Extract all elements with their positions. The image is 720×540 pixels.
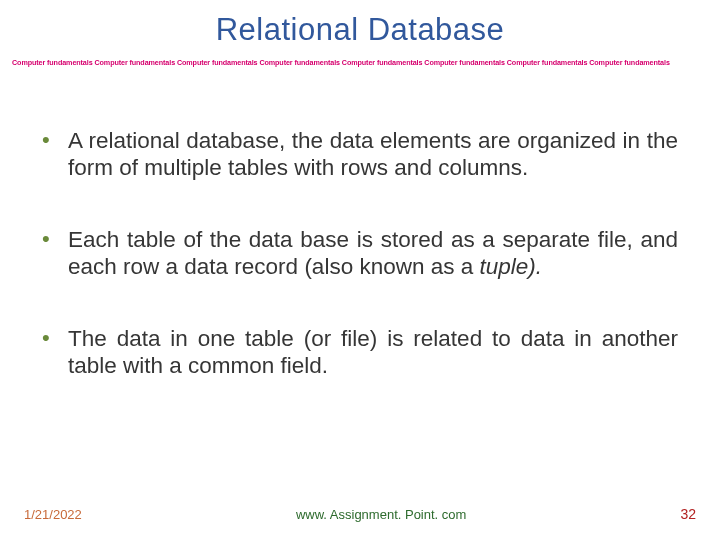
- bullet-dot-icon: •: [42, 127, 50, 153]
- bullet-dot-icon: •: [42, 325, 50, 351]
- footer: 1/21/2022 www. Assignment. Point. com 32: [0, 506, 720, 522]
- footer-link: www. Assignment. Point. com: [82, 507, 681, 522]
- bullet-item: • A relational database, the data elemen…: [42, 127, 678, 182]
- footer-page-number: 32: [680, 506, 696, 522]
- bullet-item: • The data in one table (or file) is rel…: [42, 325, 678, 380]
- bullet-text: A relational database, the data elements…: [68, 128, 678, 180]
- bullet-text-emph: tuple).: [479, 254, 542, 279]
- footer-date: 1/21/2022: [24, 507, 82, 522]
- bullet-dot-icon: •: [42, 226, 50, 252]
- content-area: • A relational database, the data elemen…: [0, 127, 720, 380]
- slide: Relational Database Computer fundamental…: [0, 0, 720, 540]
- bullet-text-prefix: Each table of the data base is stored as…: [68, 227, 678, 279]
- bullet-text: The data in one table (or file) is relat…: [68, 326, 678, 378]
- ruler-band: Computer fundamentals Computer fundament…: [0, 48, 720, 67]
- page-title: Relational Database: [0, 0, 720, 48]
- bullet-item: • Each table of the data base is stored …: [42, 226, 678, 281]
